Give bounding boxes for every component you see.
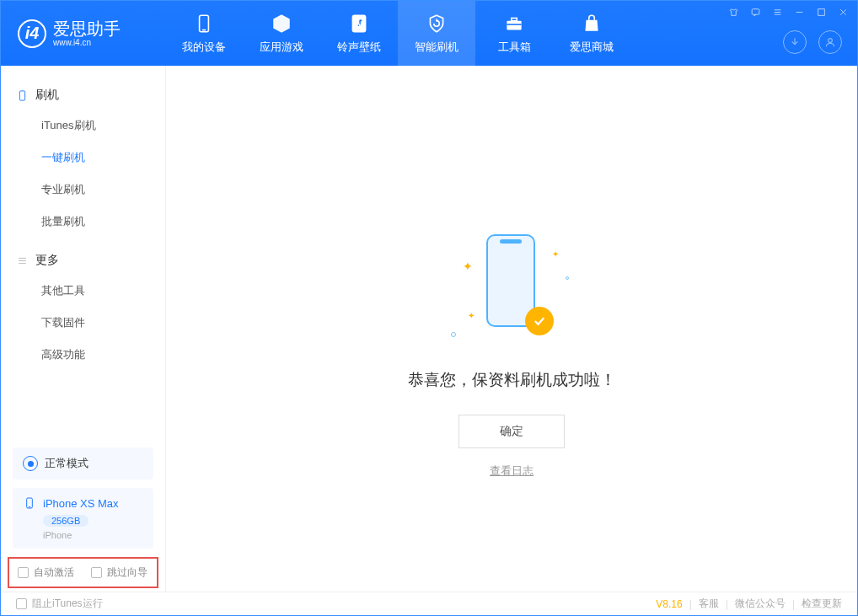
device-capacity: 256GB [43,515,88,527]
tab-label: 爱思商城 [570,40,614,55]
checkbox-icon [18,567,29,578]
svg-rect-17 [19,90,24,99]
svg-rect-7 [752,8,759,13]
check-update-link[interactable]: 检查更新 [802,597,842,611]
checkbox-auto-activate[interactable]: 自动激活 [18,565,74,580]
device-name: iPhone XS Max [43,497,119,510]
menu-icon[interactable] [771,6,783,18]
sidebar-item-itunes-flash[interactable]: iTunes刷机 [1,110,165,142]
bubble-icon [451,332,456,337]
music-file-icon [348,13,370,35]
list-icon [16,254,29,267]
window-controls [727,6,849,18]
sparkle-icon: ✦ [552,249,559,259]
support-link[interactable]: 客服 [699,597,719,611]
tab-my-device[interactable]: 我的设备 [165,1,243,66]
tab-label: 智能刷机 [415,40,458,55]
sidebar-item-pro-flash[interactable]: 专业刷机 [1,174,165,206]
sparkle-icon: ✦ [463,260,473,273]
mode-label: 正常模式 [45,456,88,471]
app-url: www.i4.cn [53,38,121,47]
group-label: 刷机 [35,88,59,103]
bag-icon [581,13,603,35]
tab-store[interactable]: 爱思商城 [553,1,630,66]
success-illustration: ✦ ✦ ✦ [461,234,562,344]
tshirt-icon[interactable] [727,6,739,18]
device-card[interactable]: iPhone XS Max 256GB iPhone [13,488,153,549]
tab-label: 应用游戏 [260,40,303,55]
sidebar-item-batch-flash[interactable]: 批量刷机 [1,206,165,238]
svg-rect-4 [507,20,521,29]
tab-label: 工具箱 [498,40,531,55]
app-header: i4 爱思助手 www.i4.cn 我的设备 应用游戏 铃声壁纸 智能刷机 工具… [1,1,857,66]
options-highlight-box: 自动激活 跳过向导 [8,557,158,588]
maximize-icon[interactable] [815,6,827,18]
sidebar-item-advanced[interactable]: 高级功能 [1,339,165,371]
app-name: 爱思助手 [53,19,121,38]
tab-label: 我的设备 [182,40,226,55]
sidebar: 刷机 iTunes刷机 一键刷机 专业刷机 批量刷机 更多 其他工具 下载固件 … [1,66,166,592]
checkbox-skip-guide[interactable]: 跳过向导 [91,565,147,580]
svg-rect-12 [818,8,824,15]
mode-icon [23,456,38,471]
app-logo: i4 爱思助手 www.i4.cn [18,19,165,48]
phone-icon [193,13,215,35]
header-right-actions [783,30,842,54]
mode-indicator[interactable]: 正常模式 [13,447,153,479]
nav-tabs: 我的设备 应用游戏 铃声壁纸 智能刷机 工具箱 爱思商城 [165,1,630,66]
sidebar-item-other-tools[interactable]: 其他工具 [1,275,165,307]
checkmark-badge-icon [525,307,554,335]
version-label: V8.16 [656,598,682,610]
shield-refresh-icon [426,13,448,35]
close-icon[interactable] [837,6,849,18]
checkbox-label: 阻止iTunes运行 [32,597,103,611]
checkbox-label: 跳过向导 [107,565,147,580]
phone-icon [23,496,36,510]
ok-button[interactable]: 确定 [458,415,565,448]
cube-icon [271,13,292,35]
main-content: ✦ ✦ ✦ 恭喜您，保资料刷机成功啦！ 确定 查看日志 [166,66,857,592]
wechat-link[interactable]: 微信公众号 [735,597,786,611]
success-message: 恭喜您，保资料刷机成功啦！ [408,369,616,391]
group-label: 更多 [35,253,59,268]
sidebar-group-flash: 刷机 [1,81,165,110]
checkbox-icon [91,567,102,578]
sidebar-item-download-firmware[interactable]: 下载固件 [1,307,165,339]
tab-label: 铃声壁纸 [337,40,381,55]
checkbox-icon [16,598,27,609]
feedback-icon[interactable] [749,6,761,18]
tab-smart-flash[interactable]: 智能刷机 [398,1,475,66]
checkbox-label: 自动激活 [34,565,74,580]
checkbox-block-itunes[interactable]: 阻止iTunes运行 [16,597,103,611]
svg-rect-5 [512,18,517,20]
svg-point-16 [829,39,833,43]
sparkle-icon: ✦ [468,311,475,320]
device-icon [16,89,29,102]
logo-icon: i4 [18,19,46,48]
user-button[interactable] [818,30,842,54]
bubble-icon [566,276,569,280]
svg-point-3 [357,24,360,26]
tab-ringtone[interactable]: 铃声壁纸 [320,1,398,66]
sidebar-group-more: 更多 [1,246,165,275]
device-type: iPhone [43,530,143,540]
sidebar-item-oneclick-flash[interactable]: 一键刷机 [1,142,165,174]
tab-toolbox[interactable]: 工具箱 [475,1,553,66]
minimize-icon[interactable] [793,6,805,18]
download-button[interactable] [783,30,807,54]
view-log-link[interactable]: 查看日志 [490,463,534,479]
toolbox-icon [503,13,525,35]
tab-apps[interactable]: 应用游戏 [243,1,320,66]
status-bar: 阻止iTunes运行 V8.16 | 客服 | 微信公众号 | 检查更新 [1,592,857,615]
